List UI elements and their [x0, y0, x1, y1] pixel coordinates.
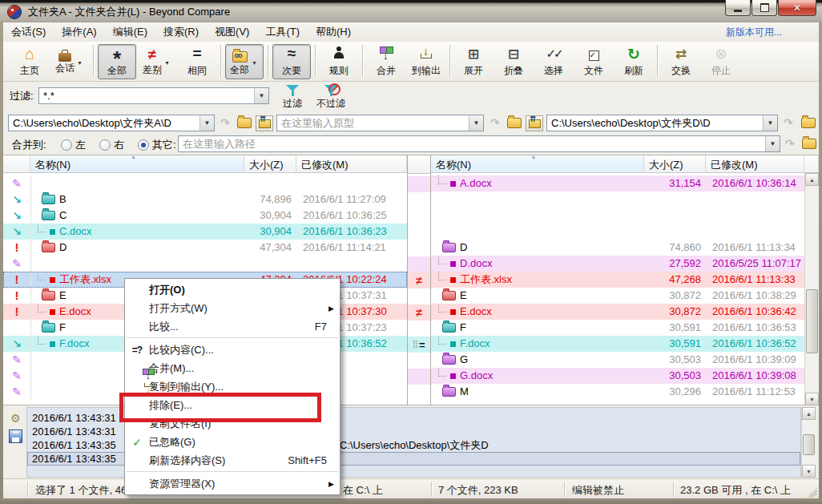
browse-folder-icon[interactable] — [507, 118, 522, 128]
context-menu-item[interactable]: 复制文件名(I) — [125, 414, 340, 433]
radio-merge-left[interactable]: 左 — [61, 138, 86, 152]
menu-session[interactable]: 会话(S) — [3, 22, 54, 42]
scrollbar-thumb[interactable] — [806, 289, 818, 353]
jump-arrow-icon[interactable]: ↷ — [785, 137, 795, 150]
table-row[interactable]: E.docx30,8722016/6/1 10:36:42 — [431, 304, 804, 320]
table-row[interactable]: G.docx30,5032016/6/1 10:39:08 — [431, 368, 804, 384]
table-row[interactable]: E30,8722016/6/1 10:38:29 — [431, 288, 804, 304]
prototype-placeholder[interactable]: 在这里输入原型 — [277, 116, 469, 131]
name-cell[interactable]: C — [30, 208, 244, 224]
table-row[interactable]: D.docx27,5922016/5/25 11:07:17 — [431, 256, 804, 272]
name-cell[interactable]: A.docx — [431, 175, 644, 192]
toolbar-button-refresh[interactable]: ↻刷新 — [614, 44, 653, 79]
log-scrollbar[interactable]: ▲ ▼ — [801, 407, 816, 478]
right-size-header[interactable]: 大小(Z) — [644, 155, 706, 173]
table-row[interactable]: ↘C30,9042016/6/1 10:36:25 — [3, 208, 407, 224]
context-menu-item[interactable]: 刷新选择内容(S)Shift+F5 — [125, 451, 340, 470]
toolbar-button-output[interactable]: ↓到输出 — [407, 44, 445, 79]
radio-icon[interactable] — [138, 139, 149, 151]
table-row[interactable]: F.docx30,5912016/6/1 10:36:52 — [431, 336, 804, 352]
scroll-down-icon[interactable]: ▼ — [805, 393, 819, 405]
context-menu-item[interactable]: ↓复制到输出(Y)... — [125, 377, 340, 396]
left-size-header[interactable]: 大小(Z) — [244, 155, 296, 173]
toolbar-button-select[interactable]: ✓✓选择 — [534, 44, 573, 79]
table-row[interactable]: G30,5032016/6/1 10:39:09 — [431, 352, 804, 368]
gear-icon[interactable]: ⚙ — [10, 412, 21, 425]
table-row[interactable] — [431, 192, 804, 208]
name-cell[interactable]: F — [431, 320, 644, 336]
browse-folder-icon[interactable] — [801, 118, 816, 128]
merge-output-path-input[interactable]: 在这里输入路径 ▼ — [178, 135, 780, 152]
context-menu-item[interactable]: 排除(E)... — [125, 396, 340, 414]
merge-path-placeholder[interactable]: 在这里输入路径 — [179, 137, 765, 151]
close-button[interactable]: ✕ — [778, 0, 816, 16]
browse-folder-icon[interactable] — [802, 139, 816, 149]
context-menu-item[interactable]: ✓已忽略(G) — [125, 433, 340, 451]
radio-icon[interactable] — [61, 139, 72, 151]
chevron-down-icon[interactable]: ▼ — [469, 115, 483, 131]
scrollbar-thumb[interactable] — [803, 434, 815, 455]
chevron-down-icon[interactable]: ▼ — [763, 115, 777, 131]
radio-merge-right[interactable]: 右 — [99, 138, 124, 152]
table-row[interactable] — [431, 224, 804, 240]
table-row[interactable] — [431, 208, 804, 224]
table-row[interactable]: 工作表.xlsx47,2682016/6/1 11:13:33 — [431, 272, 804, 288]
filter-value[interactable]: *.* — [39, 90, 254, 102]
menu-actions[interactable]: 操作(A) — [54, 22, 104, 42]
table-row[interactable]: F30,5912016/6/1 10:36:53 — [431, 320, 804, 336]
name-cell[interactable]: D.docx — [431, 256, 644, 272]
resize-grip[interactable] — [807, 487, 817, 498]
right-modified-header[interactable]: 已修改(M) — [706, 155, 804, 173]
toolbar-button-neq[interactable]: ≠差别▾ — [138, 44, 176, 79]
chevron-down-icon[interactable]: ▾ — [75, 48, 84, 77]
toolbar-button-files[interactable]: ✓文件 — [574, 44, 613, 79]
name-cell[interactable]: M — [431, 384, 644, 400]
toolbar-button-referee[interactable]: 规则 — [320, 44, 358, 79]
left-path-combobox[interactable]: C:\Users\echo\Desktop\文件夹A\D ▼ — [8, 115, 215, 131]
table-row[interactable]: !D47,3042016/6/1 11:14:21 — [3, 240, 407, 256]
right-name-header[interactable]: ▲名称(N) — [431, 155, 644, 173]
chevron-down-icon[interactable]: ▼ — [199, 115, 214, 131]
name-cell[interactable]: G — [431, 352, 644, 368]
toolbar-button-home[interactable]: ⌂主页 — [10, 44, 49, 79]
toolbar-button-briefcase[interactable]: 会话▾ — [50, 44, 89, 79]
name-cell[interactable]: D — [30, 240, 244, 256]
context-menu-item[interactable]: ↓合并(M)... — [125, 359, 340, 377]
toolbar-button-star[interactable]: *全部 — [98, 44, 136, 79]
toolbar-button-merge[interactable]: ↓合并 — [367, 44, 405, 79]
filter-combobox[interactable]: *.* ▼ — [38, 87, 269, 104]
toolbar-button-swap[interactable]: ⇄交换 — [662, 44, 700, 79]
left-modified-header[interactable]: 已修改(M) — [296, 155, 407, 173]
scroll-up-icon[interactable]: ▲ — [805, 173, 819, 186]
name-cell[interactable]: F.docx — [431, 336, 644, 352]
scroll-down-icon[interactable]: ▼ — [802, 465, 816, 478]
name-cell[interactable]: E — [431, 288, 644, 304]
save-log-icon[interactable] — [9, 429, 22, 443]
name-cell[interactable]: G.docx — [431, 368, 644, 384]
left-name-header[interactable]: ▲名称(N) — [30, 155, 244, 173]
menu-edit[interactable]: 编辑(E) — [105, 22, 155, 42]
table-row[interactable]: ↘B74,8962016/6/1 11:27:09 — [3, 192, 407, 208]
browse-folder-icon[interactable] — [237, 118, 252, 128]
filter-button[interactable]: 过滤 — [274, 83, 311, 111]
chevron-down-icon[interactable]: ▾ — [163, 48, 171, 77]
chevron-down-icon[interactable]: ▾ — [250, 48, 259, 77]
title-bar[interactable]: 文件夹A - 文件夹合并(L) - Beyond Compare ✕ — [0, 0, 822, 22]
prototype-combobox[interactable]: 在这里输入原型 ▼ — [276, 115, 484, 131]
parent-folder-icon[interactable]: ⇈ — [256, 115, 273, 131]
no-filter-button[interactable]: 不过滤 — [312, 83, 349, 111]
minimize-button[interactable] — [725, 0, 751, 16]
menu-search[interactable]: 搜索(R) — [155, 22, 207, 42]
new-version-link[interactable]: 新版本可用... — [726, 26, 782, 39]
name-cell[interactable]: B — [30, 192, 244, 208]
table-row[interactable]: D74,8602016/6/1 11:13:34 — [431, 240, 804, 256]
name-cell[interactable]: E.docx — [431, 304, 644, 320]
toolbar-button-folder-glasses[interactable]: oo全部▾ — [225, 44, 264, 79]
toolbar-button-approx[interactable]: ≈次要 — [272, 44, 311, 79]
jump-arrow-icon[interactable]: ↷ — [220, 116, 230, 129]
menu-view[interactable]: 视图(V) — [207, 22, 257, 42]
radio-icon[interactable] — [99, 139, 111, 151]
context-menu-item[interactable]: 打开方式(W)▶ — [125, 299, 340, 317]
radio-merge-other[interactable]: 其它: — [138, 138, 176, 152]
maximize-button[interactable] — [751, 0, 777, 16]
